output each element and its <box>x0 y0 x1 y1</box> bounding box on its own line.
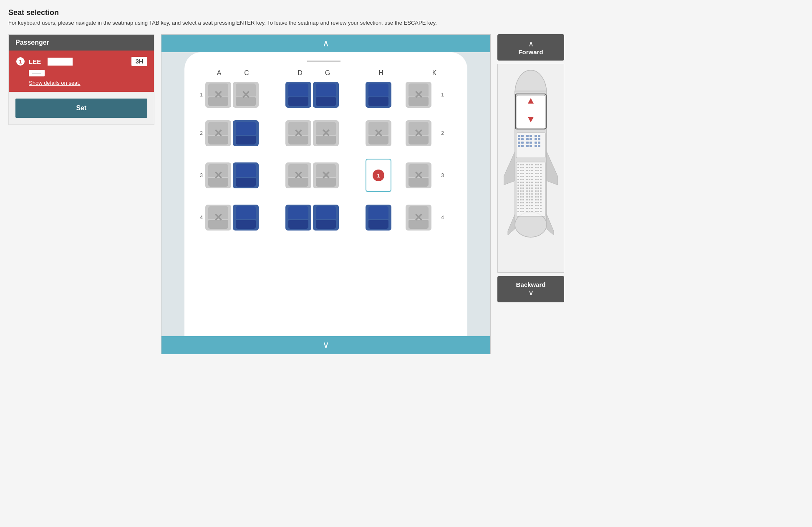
svg-rect-16 <box>535 135 537 137</box>
svg-rect-19 <box>521 138 524 140</box>
svg-rect-158 <box>531 202 533 203</box>
backward-button[interactable]: Backward ∨ <box>497 276 564 302</box>
table-row: 4 ✕ <box>193 204 455 231</box>
svg-rect-170 <box>540 205 542 206</box>
svg-rect-151 <box>537 199 539 200</box>
set-button[interactable]: Set <box>15 99 147 118</box>
forward-button[interactable]: ∧ Forward <box>497 34 564 61</box>
seat-1A[interactable]: ✕ <box>205 82 231 108</box>
passenger-badge-3H: 1 <box>373 170 384 181</box>
row-number-1-right: 1 <box>434 92 446 98</box>
svg-rect-100 <box>520 185 522 186</box>
svg-rect-117 <box>517 190 519 192</box>
seat-3A[interactable]: ✕ <box>205 162 231 188</box>
seat-1K[interactable]: ✕ <box>406 82 431 108</box>
svg-rect-84 <box>526 179 528 180</box>
svg-rect-80 <box>540 176 542 177</box>
svg-rect-180 <box>517 211 519 212</box>
seat-2H[interactable]: ✕ <box>366 120 391 146</box>
seat-2C[interactable] <box>233 120 259 146</box>
seat-2K[interactable]: ✕ <box>406 120 431 146</box>
set-btn-area: Set <box>9 92 154 124</box>
svg-rect-123 <box>535 190 537 192</box>
seatmap: ∧ Forward A C D G H <box>161 34 491 354</box>
seat-1G[interactable] <box>313 82 339 108</box>
seat-2D[interactable]: ✕ <box>285 120 311 146</box>
row-number-3-right: 3 <box>434 172 446 178</box>
seat-3K[interactable]: ✕ <box>406 162 431 188</box>
svg-rect-62 <box>540 170 542 171</box>
seat-4C[interactable] <box>233 205 259 231</box>
svg-rect-175 <box>529 208 530 209</box>
passenger-panel: Passenger 1 LEE 3H —— Show details on se… <box>8 34 154 125</box>
svg-rect-85 <box>529 179 530 180</box>
svg-rect-136 <box>520 196 522 198</box>
svg-rect-105 <box>535 185 537 186</box>
svg-rect-44 <box>540 164 542 165</box>
svg-rect-33 <box>530 145 532 147</box>
svg-rect-36 <box>517 164 519 165</box>
seat-3H[interactable]: 1 <box>366 159 391 192</box>
svg-rect-46 <box>520 167 522 168</box>
svg-rect-59 <box>531 170 533 171</box>
passenger-name-field <box>48 58 73 66</box>
svg-rect-108 <box>517 187 519 189</box>
row-separator-1 <box>193 111 455 117</box>
seat-1H[interactable] <box>366 82 391 108</box>
svg-rect-142 <box>537 196 539 198</box>
seat-4G[interactable] <box>313 205 339 231</box>
cabin-inner: A C D G H K 1 <box>184 52 467 336</box>
row-separator-3 <box>193 195 455 201</box>
passenger-row: 1 LEE 3H <box>15 56 147 66</box>
svg-rect-20 <box>526 138 529 140</box>
seat-4D[interactable] <box>285 205 311 231</box>
svg-rect-145 <box>520 199 522 200</box>
svg-rect-120 <box>526 190 528 192</box>
svg-rect-26 <box>526 142 529 144</box>
svg-rect-122 <box>531 190 533 192</box>
backward-nav-bar[interactable]: ∨ <box>161 336 490 354</box>
svg-rect-169 <box>537 205 539 206</box>
svg-rect-73 <box>520 176 522 177</box>
plane-diagram-panel: ∧ Forward <box>497 34 564 302</box>
show-details-link[interactable]: Show details on seat. <box>29 80 147 86</box>
svg-marker-3 <box>504 152 515 185</box>
svg-rect-28 <box>535 142 537 144</box>
seat-2G[interactable]: ✕ <box>313 120 339 146</box>
svg-rect-163 <box>520 205 522 206</box>
svg-rect-64 <box>520 173 522 174</box>
svg-rect-104 <box>531 185 533 186</box>
svg-rect-106 <box>537 185 539 186</box>
seat-1C[interactable]: ✕ <box>233 82 259 108</box>
svg-rect-92 <box>522 182 524 183</box>
svg-rect-165 <box>526 205 528 206</box>
svg-rect-116 <box>540 187 542 189</box>
col-header-G: G <box>315 69 340 77</box>
svg-rect-31 <box>521 145 524 147</box>
svg-rect-132 <box>535 193 537 195</box>
page-description: For keyboard users, please navigate in t… <box>8 20 551 26</box>
col-header-C: C <box>234 69 260 77</box>
forward-nav-bar[interactable]: ∧ Forward <box>161 35 490 52</box>
svg-rect-43 <box>537 164 539 165</box>
svg-rect-133 <box>537 193 539 195</box>
seat-4A[interactable]: ✕ <box>205 205 231 231</box>
seat-3D[interactable]: ✕ <box>285 162 311 188</box>
svg-rect-107 <box>540 185 542 186</box>
svg-rect-183 <box>526 211 528 212</box>
svg-rect-135 <box>517 196 519 198</box>
svg-rect-119 <box>522 190 524 192</box>
seat-2A[interactable]: ✕ <box>205 120 231 146</box>
svg-rect-70 <box>537 173 539 174</box>
seat-1D[interactable] <box>285 82 311 108</box>
seat-4K[interactable]: ✕ <box>406 205 431 231</box>
seat-4H[interactable] <box>366 205 391 231</box>
svg-rect-38 <box>522 164 524 165</box>
forward-arrow: ∧ <box>323 38 329 49</box>
svg-rect-89 <box>540 179 542 180</box>
svg-rect-187 <box>537 211 539 212</box>
seat-3G[interactable]: ✕ <box>313 162 339 188</box>
svg-rect-18 <box>518 138 520 140</box>
seat-3C[interactable] <box>233 162 259 188</box>
passenger-sub-text: —— <box>29 70 45 76</box>
